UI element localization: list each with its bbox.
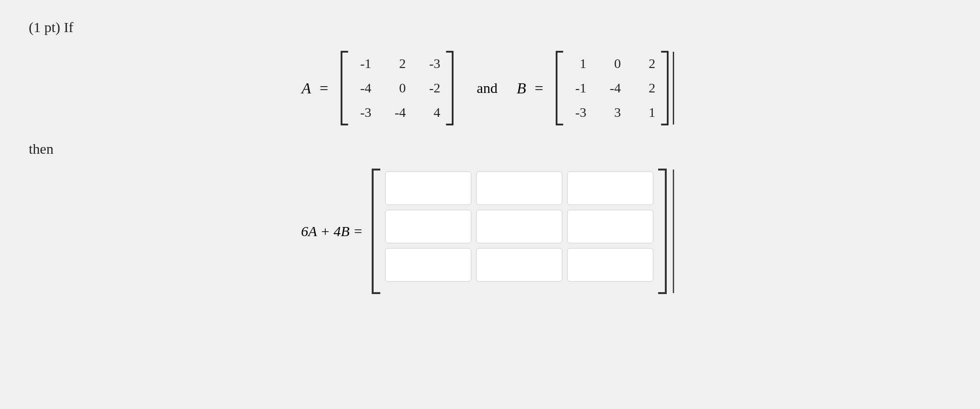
matrix-a-cell-2-0: -3 bbox=[354, 105, 371, 120]
answer-cell-2-1[interactable] bbox=[476, 248, 562, 282]
matrix-b-cell-2-1: 3 bbox=[604, 105, 621, 120]
matrix-A-cells: -12-3-40-2-3-44 bbox=[350, 50, 444, 126]
problem-label: (1 pt) If bbox=[29, 19, 73, 35]
matrix-b-cell-2-2: 1 bbox=[638, 105, 655, 120]
expr-label: 6A + 4B = bbox=[301, 223, 363, 239]
matrix-A-left-bracket bbox=[337, 50, 350, 126]
B-label: B bbox=[517, 80, 526, 97]
matrix-a-cell-2-2: 4 bbox=[423, 105, 440, 120]
answer-left-bracket bbox=[367, 167, 382, 296]
and-label: and bbox=[477, 80, 497, 96]
problem-header: (1 pt) If bbox=[29, 19, 951, 35]
A-label: A bbox=[302, 80, 311, 97]
matrix-a-cell-1-2: -2 bbox=[423, 80, 440, 96]
matrix-a-cell-1-1: 0 bbox=[388, 80, 406, 96]
matrix-a-cell-0-0: -1 bbox=[354, 56, 371, 71]
answer-cell-1-0[interactable] bbox=[385, 210, 471, 243]
matrix-B-left-bracket bbox=[552, 50, 565, 126]
matrix-b-cell-0-0: 1 bbox=[569, 56, 586, 71]
A-equals: = bbox=[319, 80, 328, 97]
matrix-B-wrap: 102-1-42-331 bbox=[552, 50, 678, 126]
then-section: then 6A + 4B = bbox=[29, 141, 951, 296]
answer-input-cells bbox=[382, 167, 656, 296]
answer-row: 6A + 4B = bbox=[29, 167, 951, 296]
matrix-B-right-bracket bbox=[659, 50, 678, 126]
matrix-A-equation: A = -12-3-40-2-3-44 bbox=[302, 50, 458, 126]
matrix-B-equation: B = 102-1-42-331 bbox=[517, 50, 679, 126]
matrix-b-cell-1-2: 2 bbox=[638, 80, 655, 96]
matrix-B-cells: 102-1-42-331 bbox=[565, 50, 659, 126]
answer-right-bracket bbox=[656, 167, 679, 296]
B-equals: = bbox=[535, 80, 543, 97]
page: (1 pt) If A = -12-3-40-2-3-44 and B = bbox=[0, 0, 980, 409]
matrix-b-cell-1-0: -1 bbox=[569, 80, 586, 96]
matrix-a-cell-0-2: -3 bbox=[423, 56, 440, 71]
matrix-definition-row: A = -12-3-40-2-3-44 and B = bbox=[29, 50, 951, 126]
answer-cell-1-1[interactable] bbox=[476, 210, 562, 243]
matrix-b-cell-2-0: -3 bbox=[569, 105, 586, 120]
matrix-A-wrap: -12-3-40-2-3-44 bbox=[337, 50, 457, 126]
answer-cell-2-2[interactable] bbox=[567, 248, 653, 282]
then-label: then bbox=[29, 141, 951, 157]
matrix-a-cell-1-0: -4 bbox=[354, 80, 371, 96]
matrix-a-cell-2-1: -4 bbox=[388, 105, 406, 120]
answer-cell-0-1[interactable] bbox=[476, 171, 562, 205]
matrix-A-right-bracket bbox=[444, 50, 457, 126]
matrix-b-cell-0-2: 2 bbox=[638, 56, 655, 71]
answer-cell-0-0[interactable] bbox=[385, 171, 471, 205]
answer-matrix-wrap bbox=[367, 167, 679, 296]
matrix-a-cell-0-1: 2 bbox=[388, 56, 406, 71]
answer-cell-1-2[interactable] bbox=[567, 210, 653, 243]
answer-cell-2-0[interactable] bbox=[385, 248, 471, 282]
matrix-b-cell-1-1: -4 bbox=[604, 80, 621, 96]
matrix-b-cell-0-1: 0 bbox=[604, 56, 621, 71]
answer-cell-0-2[interactable] bbox=[567, 171, 653, 205]
